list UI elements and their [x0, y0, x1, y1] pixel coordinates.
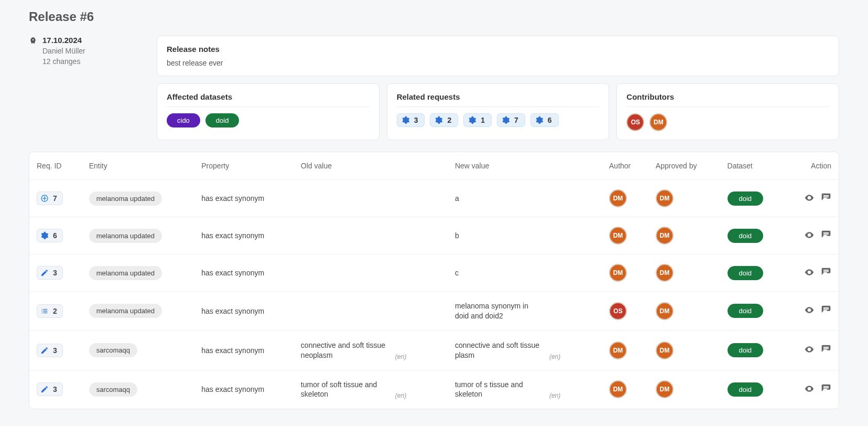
view-icon[interactable] [804, 193, 815, 203]
new-value-cell: a [448, 180, 602, 217]
gear-icon [468, 116, 476, 124]
entity-chip[interactable]: melanoma updated [89, 266, 162, 280]
contributor-avatar-dm[interactable]: DM [649, 113, 667, 131]
approved-by-avatar[interactable]: DM [656, 227, 674, 244]
entity-chip[interactable]: melanoma updated [89, 304, 162, 318]
entity-chip[interactable]: sarcomaqq [89, 343, 137, 357]
col-approved-by: Approved by [648, 152, 720, 180]
gear-icon [402, 116, 410, 124]
related-request-1[interactable]: 1 [463, 113, 492, 127]
entity-chip[interactable]: melanoma updated [89, 191, 162, 206]
req-id-chip[interactable]: 6 [37, 229, 63, 242]
table-row: 2melanoma updatedhas exact synonymmelano… [29, 292, 839, 331]
property-cell: has exact synonym [194, 180, 294, 217]
table-row: 3sarcomaqqhas exact synonymtumor of soft… [29, 370, 839, 409]
col-property: Property [194, 152, 294, 180]
edit-icon [40, 385, 49, 393]
property-cell: has exact synonym [194, 217, 294, 254]
table-row: 6melanoma updatedhas exact synonymbDMDMd… [29, 217, 839, 254]
view-icon[interactable] [804, 230, 815, 240]
old-value-cell [294, 254, 448, 292]
related-request-2[interactable]: 2 [430, 113, 458, 127]
author-avatar[interactable]: DM [609, 342, 627, 359]
gear-icon [502, 116, 510, 124]
new-value-cell: melanoma synonym in doid and doid2 [448, 292, 602, 331]
comment-icon[interactable] [821, 344, 831, 355]
author-avatar[interactable]: DM [609, 264, 627, 282]
release-author: Daniel Müller [42, 47, 85, 55]
gear-icon [435, 116, 443, 124]
dataset-chip[interactable]: doid [728, 382, 764, 397]
dataset-chip[interactable]: doid [728, 229, 764, 243]
dataset-chip[interactable]: doid [728, 266, 764, 280]
table-row: 7melanoma updatedhas exact synonymaDMDMd… [29, 180, 839, 217]
contributors-card: Contributors OSDM [616, 83, 839, 140]
entity-chip[interactable]: sarcomaqq [89, 382, 137, 397]
author-avatar[interactable]: DM [609, 227, 627, 244]
table-row: 3sarcomaqqhas exact synonymconnective an… [29, 331, 839, 370]
release-date: 17.10.2024 [42, 36, 85, 45]
release-changes: 12 changes [42, 57, 85, 66]
author-avatar[interactable]: DM [609, 189, 627, 207]
release-notes-heading: Release notes [167, 45, 829, 54]
approved-by-avatar[interactable]: DM [656, 189, 674, 207]
col-old-value: Old value [294, 152, 448, 180]
related-request-6[interactable]: 6 [530, 113, 559, 127]
contributors-heading: Contributors [626, 92, 829, 101]
dataset-pill-doid[interactable]: doid [205, 113, 240, 127]
approved-by-avatar[interactable]: DM [656, 342, 674, 359]
col-new-value: New value [448, 152, 602, 180]
property-cell: has exact synonym [194, 331, 294, 370]
gear-icon [40, 231, 49, 240]
dataset-chip[interactable]: doid [728, 191, 764, 206]
edit-icon [40, 269, 49, 277]
req-id-chip[interactable]: 3 [37, 266, 63, 280]
dataset-chip[interactable]: doid [728, 304, 764, 318]
release-notes-card: Release notes best release ever [157, 36, 839, 76]
view-icon[interactable] [804, 384, 815, 394]
rocket-icon [29, 36, 37, 66]
table-row: 3melanoma updatedhas exact synonymcDMDMd… [29, 254, 839, 292]
req-id-chip[interactable]: 3 [37, 344, 63, 357]
old-value-cell [294, 217, 448, 254]
comment-icon[interactable] [821, 267, 831, 278]
old-value-cell [294, 180, 448, 217]
release-meta: 17.10.2024 Daniel Müller 12 changes [29, 36, 144, 66]
old-value-cell [294, 292, 448, 331]
old-value-cell: tumor of soft tissue and skeleton(en) [294, 370, 448, 409]
comment-icon[interactable] [821, 384, 831, 394]
view-icon[interactable] [804, 267, 815, 278]
changes-table: Req. ID Entity Property Old value New va… [29, 152, 839, 409]
plus-icon [40, 194, 49, 203]
affected-datasets-heading: Affected datasets [167, 92, 370, 101]
approved-by-avatar[interactable]: DM [656, 302, 674, 320]
affected-datasets-card: Affected datasets cidodoid [157, 83, 379, 140]
view-icon[interactable] [804, 344, 815, 355]
col-req-id: Req. ID [29, 152, 82, 180]
property-cell: has exact synonym [194, 254, 294, 292]
related-request-3[interactable]: 3 [397, 113, 425, 127]
col-action: Action [785, 152, 839, 180]
new-value-cell: connective and soft tissue plasm(en) [448, 331, 602, 370]
comment-icon[interactable] [821, 230, 831, 240]
col-author: Author [602, 152, 648, 180]
comment-icon[interactable] [821, 305, 831, 315]
req-id-chip[interactable]: 2 [37, 304, 63, 318]
contributor-avatar-os[interactable]: OS [626, 113, 644, 131]
new-value-cell: tumor of s tissue and skeleton(en) [448, 370, 602, 409]
dataset-pill-cido[interactable]: cido [167, 113, 200, 127]
col-entity: Entity [82, 152, 194, 180]
approved-by-avatar[interactable]: DM [656, 380, 674, 398]
new-value-cell: c [448, 254, 602, 292]
dataset-chip[interactable]: doid [728, 343, 764, 357]
entity-chip[interactable]: melanoma updated [89, 229, 162, 243]
comment-icon[interactable] [821, 193, 831, 203]
req-id-chip[interactable]: 7 [37, 191, 63, 205]
author-avatar[interactable]: OS [609, 302, 627, 320]
related-request-7[interactable]: 7 [497, 113, 525, 127]
req-id-chip[interactable]: 3 [37, 382, 63, 396]
author-avatar[interactable]: DM [609, 380, 627, 398]
release-notes-text: best release ever [167, 59, 829, 67]
approved-by-avatar[interactable]: DM [656, 264, 674, 282]
view-icon[interactable] [804, 305, 815, 315]
